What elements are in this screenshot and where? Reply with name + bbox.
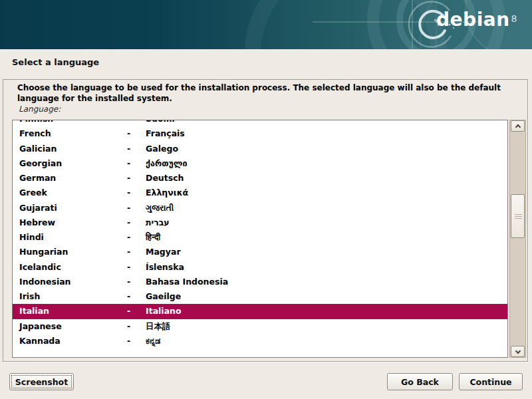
language-separator: - — [127, 289, 146, 304]
language-native-name: Magyar — [146, 245, 507, 259]
language-native-name: Ελληνικά — [146, 186, 507, 200]
language-english-name: Finnish — [19, 120, 127, 126]
scrollbar-thumb[interactable] — [511, 194, 525, 238]
language-list[interactable]: Finnish - Suomi French - Français Galici… — [12, 120, 508, 358]
language-english-name: Hindi — [19, 230, 127, 245]
language-list-item[interactable]: Hebrew - עברית — [13, 215, 507, 230]
language-separator: - — [127, 260, 146, 275]
language-english-name: Greek — [19, 186, 127, 200]
scrollbar-down-button[interactable] — [511, 346, 525, 357]
language-list-item[interactable]: Kannada - ಕನ್ನಡ — [13, 334, 507, 348]
language-english-name: Italian — [19, 304, 127, 319]
language-list-item[interactable]: Gujarati - ગુજરાતી — [13, 201, 507, 215]
language-list-item[interactable]: Icelandic - Íslenska — [13, 260, 507, 275]
chevron-up-icon — [515, 124, 520, 130]
screenshot-button[interactable]: Screenshot — [9, 373, 74, 390]
language-separator: - — [127, 275, 146, 289]
language-separator: - — [127, 156, 146, 171]
language-native-name: Italiano — [146, 304, 507, 319]
language-native-name: Bahasa Indonesia — [146, 275, 507, 289]
language-separator: - — [127, 215, 146, 230]
language-list-item[interactable]: Irish - Gaeilge — [13, 289, 507, 304]
language-english-name: Kannada — [19, 334, 127, 348]
language-scrolled-window: Finnish - Suomi French - Français Galici… — [12, 120, 526, 358]
language-native-name: Íslenska — [146, 260, 507, 275]
language-list-item[interactable]: French - Français — [13, 126, 507, 141]
language-english-name: Hungarian — [19, 245, 127, 259]
language-english-name: Gujarati — [19, 201, 127, 215]
language-list-item[interactable]: Hungarian - Magyar — [13, 245, 507, 259]
language-list-item[interactable]: Georgian - ქართული — [13, 156, 507, 171]
language-separator: - — [127, 245, 146, 259]
language-english-name: Hebrew — [19, 215, 127, 230]
language-english-name: German — [19, 171, 127, 186]
continue-button[interactable]: Continue — [459, 373, 523, 390]
language-native-name: 日本語 — [146, 319, 507, 334]
debian-logo-text: debian8 — [436, 11, 517, 29]
page-title: Select a language — [12, 57, 99, 67]
language-list-rows: Finnish - Suomi French - Français Galici… — [13, 120, 507, 348]
language-list-item[interactable]: Finnish - Suomi — [13, 120, 507, 126]
language-native-name: Français — [146, 126, 507, 141]
language-separator: - — [127, 120, 146, 126]
language-native-name: Suomi — [146, 120, 507, 126]
scrollbar-grip-icon — [515, 214, 522, 215]
language-list-item[interactable]: German - Deutsch — [13, 171, 507, 186]
language-english-name: Icelandic — [19, 260, 127, 275]
language-english-name: Indonesian — [19, 275, 127, 289]
language-native-name: हिन्दी — [146, 230, 507, 245]
language-english-name: Japanese — [19, 319, 127, 334]
language-english-name: Irish — [19, 289, 127, 304]
language-english-name: Georgian — [19, 156, 127, 171]
brand-version: 8 — [511, 13, 517, 24]
language-label: Language: — [19, 104, 61, 114]
language-separator: - — [127, 201, 146, 215]
language-separator: - — [127, 319, 146, 334]
language-native-name: ქართული — [146, 156, 507, 171]
language-separator: - — [127, 304, 146, 319]
language-separator: - — [127, 126, 146, 141]
instructions-text: Choose the language to be used for the i… — [17, 83, 513, 104]
language-english-name: Galician — [19, 142, 127, 156]
language-list-item[interactable]: Hindi - हिन्दी — [13, 230, 507, 245]
content-frame: Choose the language to be used for the i… — [3, 79, 528, 362]
language-native-name: Deutsch — [146, 171, 507, 186]
scrollbar-up-button[interactable] — [511, 120, 525, 132]
language-separator: - — [127, 186, 146, 200]
list-scrollbar[interactable] — [509, 120, 526, 358]
language-separator: - — [127, 334, 146, 348]
language-separator: - — [127, 171, 146, 186]
language-native-name: Gaeilge — [146, 289, 507, 304]
language-list-item[interactable]: Japanese - 日本語 — [13, 319, 507, 334]
language-native-name: Galego — [146, 142, 507, 156]
chevron-down-icon — [515, 348, 520, 353]
language-separator: - — [127, 142, 146, 156]
language-list-item[interactable]: Italian - Italiano — [13, 304, 507, 319]
header-banner: debian8 — [0, 0, 532, 49]
language-english-name: French — [19, 126, 127, 141]
brand-name: debian — [436, 9, 510, 31]
go-back-button[interactable]: Go Back — [387, 373, 453, 390]
language-list-item[interactable]: Indonesian - Bahasa Indonesia — [13, 275, 507, 289]
language-native-name: ગુજરાતી — [146, 201, 507, 215]
language-list-item[interactable]: Galician - Galego — [13, 142, 507, 156]
language-native-name: ಕನ್ನಡ — [146, 334, 507, 348]
language-native-name: עברית — [146, 215, 507, 230]
language-list-item[interactable]: Greek - Ελληνικά — [13, 186, 507, 200]
language-separator: - — [127, 230, 146, 245]
